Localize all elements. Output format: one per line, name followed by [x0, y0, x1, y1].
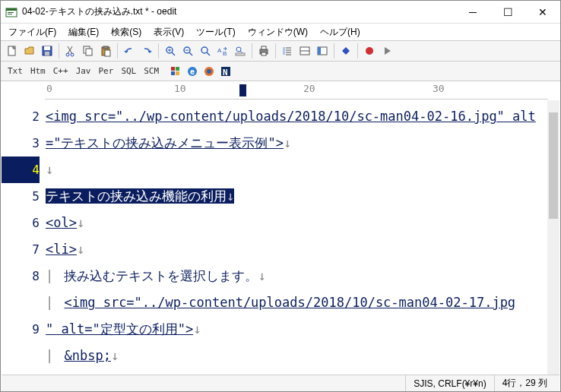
- svg-rect-25: [283, 47, 285, 55]
- svg-rect-7: [45, 52, 49, 55]
- linefeed-icon: ↓: [193, 321, 201, 337]
- copy-icon[interactable]: [80, 43, 97, 59]
- zoom-out-icon[interactable]: [179, 43, 196, 59]
- menu-view[interactable]: 表示(V): [149, 24, 189, 40]
- editor: 2 3 4 5 6 7 8 9 <img src="../wp-content/…: [2, 100, 559, 375]
- lang-scm[interactable]: SCM: [140, 64, 163, 78]
- line-number: 9: [2, 316, 40, 343]
- grep-icon[interactable]: [232, 43, 249, 59]
- sidebar-icon[interactable]: [314, 43, 331, 59]
- svg-rect-11: [86, 49, 92, 55]
- bookmark-icon[interactable]: [338, 43, 354, 59]
- indent-guide: |: [46, 348, 64, 363]
- code-text: <ol>: [46, 215, 77, 230]
- selected-text: テキストの挟み込み機能の利用: [46, 188, 227, 204]
- close-button[interactable]: ✕: [525, 1, 560, 24]
- vertical-scrollbar[interactable]: [547, 100, 559, 375]
- menu-help[interactable]: ヘルプ(H): [315, 24, 365, 40]
- netscape-icon[interactable]: N: [218, 64, 233, 79]
- gutter: 2 3 4 5 6 7 8 9: [2, 100, 46, 375]
- ruler-tick-10: 10: [174, 83, 186, 94]
- linefeed-icon: ↓: [227, 188, 234, 204]
- line-number: 7: [2, 236, 40, 263]
- line-numbers-icon[interactable]: [279, 43, 296, 59]
- main-toolbar: AB: [1, 40, 560, 62]
- menu-search[interactable]: 検索(S): [106, 24, 146, 40]
- menu-window[interactable]: ウィンドウ(W): [243, 24, 312, 40]
- new-file-icon[interactable]: [4, 43, 21, 59]
- replace-icon[interactable]: AB: [214, 43, 231, 59]
- svg-text:e: e: [190, 68, 195, 76]
- zoom-in-icon[interactable]: [162, 43, 179, 59]
- redo-icon[interactable]: [138, 43, 155, 59]
- ie-icon[interactable]: e: [185, 64, 200, 79]
- firefox-icon[interactable]: [201, 64, 217, 79]
- code-area[interactable]: <img src="../wp-content/uploads/2018/10/…: [46, 100, 547, 375]
- code-text: <li>: [46, 242, 77, 257]
- window-controls: ─ ☐ ✕: [455, 1, 560, 24]
- app-icon: [5, 6, 17, 18]
- lang-per[interactable]: Per: [95, 64, 118, 78]
- window-title: 04-02-テキストの挟み込み.txt * - oedit: [22, 5, 455, 18]
- svg-rect-32: [171, 71, 175, 75]
- ruler-tick-0: 0: [46, 83, 52, 94]
- menu-edit[interactable]: 編集(E): [64, 24, 103, 40]
- paste-icon[interactable]: [97, 43, 114, 59]
- cut-icon[interactable]: [62, 43, 79, 59]
- svg-rect-24: [261, 52, 266, 55]
- ruler-tick-30: 30: [433, 83, 445, 94]
- svg-rect-6: [44, 46, 50, 50]
- scrollbar-thumb[interactable]: [549, 112, 558, 219]
- ruler: 0 10 20 30: [45, 81, 548, 100]
- code-text: 挟み込むテキストを選択します。: [64, 268, 258, 283]
- lang-sql[interactable]: SQL: [117, 64, 140, 78]
- svg-rect-33: [176, 71, 179, 75]
- line-number-current: 4: [2, 156, 40, 183]
- code-text: <img src="../wp-content/uploads/2018/10/…: [64, 295, 515, 310]
- svg-point-29: [366, 47, 373, 55]
- line-number: 3: [2, 130, 40, 156]
- line-number: 5: [2, 183, 40, 210]
- svg-point-17: [201, 47, 208, 53]
- save-icon[interactable]: [39, 43, 55, 59]
- indent-guide: |: [46, 268, 64, 283]
- line-number: 8: [2, 263, 40, 289]
- svg-rect-2: [8, 12, 14, 13]
- windows-icon[interactable]: [168, 64, 183, 79]
- svg-rect-30: [171, 67, 175, 71]
- titlebar: 04-02-テキストの挟み込み.txt * - oedit ─ ☐ ✕: [1, 1, 560, 24]
- window-split-icon[interactable]: [296, 43, 313, 59]
- print-icon[interactable]: [255, 43, 272, 59]
- undo-icon[interactable]: [121, 43, 138, 59]
- svg-rect-28: [318, 47, 321, 55]
- svg-rect-13: [103, 46, 108, 49]
- linefeed-icon: ↓: [46, 162, 53, 177]
- open-file-icon[interactable]: [21, 43, 38, 59]
- lang-cpp[interactable]: C++: [49, 64, 72, 78]
- status-position: 4行，29 列: [494, 375, 555, 391]
- linefeed-icon: ↓: [77, 242, 84, 257]
- menu-file[interactable]: ファイル(F): [4, 24, 61, 40]
- play-icon[interactable]: [379, 43, 395, 59]
- indent-guide: |: [46, 295, 64, 310]
- linefeed-icon: ↓: [258, 268, 265, 283]
- svg-rect-1: [6, 8, 17, 11]
- status-encoding: SJIS, CRLF(¥r¥n): [405, 375, 493, 391]
- svg-rect-21: [236, 53, 245, 55]
- linefeed-icon: ↓: [111, 348, 119, 363]
- svg-rect-23: [261, 46, 266, 49]
- search-icon[interactable]: [197, 43, 214, 59]
- svg-rect-3: [8, 14, 12, 14]
- record-icon[interactable]: [361, 43, 378, 59]
- svg-rect-31: [176, 67, 179, 71]
- lang-jav[interactable]: Jav: [72, 64, 95, 78]
- svg-text:N: N: [223, 68, 228, 77]
- code-text: <img src="../wp-content/uploads/2018/10/…: [46, 109, 536, 124]
- lang-txt[interactable]: Txt: [4, 64, 27, 78]
- lang-htm[interactable]: Htm: [27, 64, 49, 78]
- svg-point-37: [207, 69, 211, 74]
- minimize-button[interactable]: ─: [455, 1, 490, 24]
- maximize-button[interactable]: ☐: [490, 1, 525, 24]
- line-number: 2: [2, 103, 40, 130]
- menu-tool[interactable]: ツール(T): [192, 24, 239, 40]
